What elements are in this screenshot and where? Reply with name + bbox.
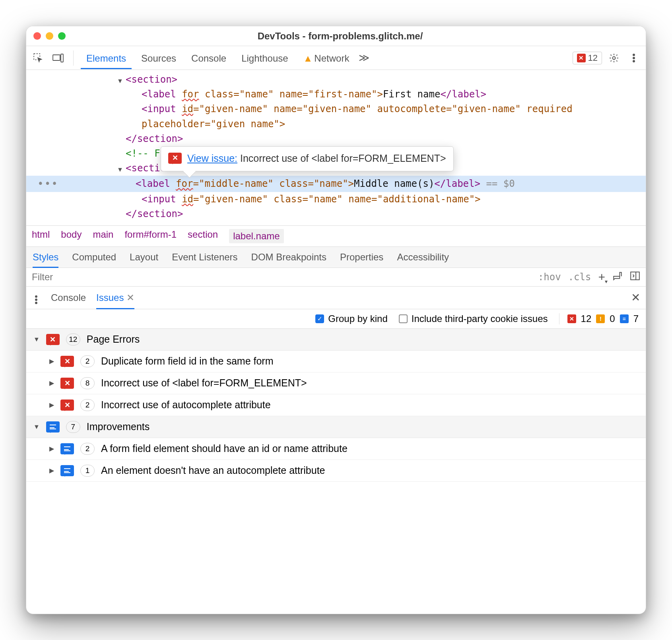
subtab-styles[interactable]: Styles bbox=[33, 247, 58, 268]
subtab-event-listeners[interactable]: Event Listeners bbox=[172, 247, 237, 268]
drawer-tab-issues[interactable]: Issues ✕ bbox=[96, 287, 134, 309]
close-window-button[interactable] bbox=[33, 32, 41, 40]
tab-lighthouse[interactable]: Lighthouse bbox=[236, 47, 293, 69]
styles-filter-row: :hov .cls +▾ bbox=[26, 268, 646, 287]
dom-node[interactable]: placeholder="given name"> bbox=[26, 117, 646, 132]
svg-point-3 bbox=[613, 56, 616, 59]
issue-category[interactable]: ▼ ✕ 12 Page Errors bbox=[26, 329, 646, 351]
crumb[interactable]: section bbox=[188, 229, 218, 243]
crumb[interactable]: body bbox=[61, 229, 82, 243]
svg-rect-2 bbox=[61, 54, 63, 62]
svg-rect-1 bbox=[53, 55, 60, 60]
tab-network[interactable]: ▲Network bbox=[298, 47, 355, 69]
dom-node[interactable]: <input id="given-name" class="name" name… bbox=[26, 192, 646, 207]
subtab-layout[interactable]: Layout bbox=[130, 247, 158, 268]
issues-list: ▼ ✕ 12 Page Errors ▶✕2Duplicate form fie… bbox=[26, 329, 646, 482]
device-mode-icon[interactable] bbox=[50, 50, 66, 66]
info-message-icon bbox=[46, 421, 60, 432]
dom-tree[interactable]: <section> <label for class="name" name="… bbox=[26, 70, 646, 225]
titlebar: DevTools - form-problems.glitch.me/ bbox=[26, 26, 646, 46]
more-menu-icon[interactable] bbox=[626, 50, 642, 66]
dom-node[interactable]: <section> bbox=[26, 72, 646, 87]
issue-category[interactable]: ▼ 7 Improvements bbox=[26, 416, 646, 438]
group-by-kind-checkbox[interactable]: ✓Group by kind bbox=[315, 313, 387, 324]
chevron-right-icon: ▶ bbox=[49, 445, 54, 452]
drawer-more-icon[interactable] bbox=[32, 292, 41, 303]
error-message-icon: ✕ bbox=[60, 400, 74, 411]
chevron-right-icon: ▶ bbox=[49, 357, 54, 365]
crumb[interactable]: main bbox=[93, 229, 113, 243]
paint-brush-icon[interactable] bbox=[612, 271, 623, 283]
hover-toggle[interactable]: :hov bbox=[538, 272, 561, 283]
issue-item[interactable]: ▶✕2Incorrect use of autocomplete attribu… bbox=[26, 394, 646, 416]
warning-icon: ▲ bbox=[303, 53, 313, 64]
issues-options: ✓Group by kind Include third-party cooki… bbox=[26, 309, 646, 329]
chevron-right-icon: ▶ bbox=[49, 467, 54, 474]
view-issue-link[interactable]: View issue: bbox=[187, 153, 237, 164]
traffic-lights bbox=[33, 32, 66, 40]
third-party-checkbox[interactable]: Include third-party cookie issues bbox=[399, 313, 548, 324]
issue-item[interactable]: ▶✕2Duplicate form field id in the same f… bbox=[26, 351, 646, 372]
inspect-element-icon[interactable] bbox=[30, 50, 46, 66]
subtab-accessibility[interactable]: Accessibility bbox=[397, 247, 449, 268]
issue-item[interactable]: ▶1An element doesn't have an autocomplet… bbox=[26, 460, 646, 482]
drawer-tabs: Console Issues ✕ ✕ bbox=[26, 287, 646, 309]
dom-node-selected[interactable]: ••• <label for="middle-name" class="name… bbox=[26, 176, 646, 192]
row-actions-icon[interactable]: ••• bbox=[26, 176, 64, 192]
tab-sources[interactable]: Sources bbox=[136, 47, 182, 69]
chevron-down-icon: ▼ bbox=[33, 336, 40, 343]
issue-item[interactable]: ▶2A form field element should have an id… bbox=[26, 438, 646, 460]
svg-rect-4 bbox=[631, 272, 639, 280]
devtools-window: DevTools - form-problems.glitch.me/ Elem… bbox=[26, 26, 646, 614]
issue-counts: ✕12 !0 ≡7 bbox=[559, 313, 639, 324]
chevron-right-icon: ▶ bbox=[49, 401, 54, 409]
crumb[interactable]: form#form-1 bbox=[124, 229, 177, 243]
issue-tooltip: ✕ View issue: Incorrect use of <label fo… bbox=[161, 146, 454, 171]
close-tab-icon[interactable]: ✕ bbox=[126, 292, 134, 303]
subtab-properties[interactable]: Properties bbox=[340, 247, 383, 268]
error-icon: ✕ bbox=[577, 54, 586, 62]
issue-item[interactable]: ▶✕8Incorrect use of <label for=FORM_ELEM… bbox=[26, 372, 646, 394]
dom-node[interactable]: </section> bbox=[26, 207, 646, 221]
styles-filter-input[interactable] bbox=[32, 272, 531, 283]
warning-badge-icon: ! bbox=[596, 314, 605, 323]
error-count-pill[interactable]: ✕ 12 bbox=[573, 52, 602, 64]
main-toolbar: Elements Sources Console Lighthouse ▲Net… bbox=[26, 46, 646, 70]
error-message-icon: ✕ bbox=[60, 356, 74, 367]
toggle-sidebar-icon[interactable] bbox=[630, 271, 640, 283]
chevron-down-icon: ▼ bbox=[33, 423, 40, 431]
subtab-dom-breakpoints[interactable]: DOM Breakpoints bbox=[251, 247, 326, 268]
more-tabs-icon[interactable]: ≫ bbox=[359, 52, 369, 64]
minimize-window-button[interactable] bbox=[46, 32, 53, 40]
breadcrumb: html body main form#form-1 section label… bbox=[26, 225, 646, 247]
drawer-tab-console[interactable]: Console bbox=[51, 287, 86, 309]
window-title: DevTools - form-problems.glitch.me/ bbox=[66, 31, 615, 42]
tab-elements[interactable]: Elements bbox=[81, 47, 132, 69]
elements-subtabs: Styles Computed Layout Event Listeners D… bbox=[26, 247, 646, 268]
crumb-current[interactable]: label.name bbox=[229, 229, 284, 243]
new-style-rule-icon[interactable]: +▾ bbox=[598, 270, 605, 284]
chevron-right-icon: ▶ bbox=[49, 379, 54, 387]
tab-console[interactable]: Console bbox=[186, 47, 232, 69]
settings-gear-icon[interactable] bbox=[606, 50, 622, 66]
dom-node[interactable]: </section> bbox=[26, 132, 646, 146]
zoom-window-button[interactable] bbox=[58, 32, 66, 40]
error-badge-icon: ✕ bbox=[567, 314, 576, 323]
error-message-icon: ✕ bbox=[168, 153, 182, 164]
error-message-icon: ✕ bbox=[46, 334, 60, 345]
dom-node[interactable]: <input id="given-name" name="given-name"… bbox=[26, 102, 646, 116]
close-drawer-icon[interactable]: ✕ bbox=[631, 291, 640, 304]
info-badge-icon: ≡ bbox=[620, 314, 629, 323]
dom-node[interactable]: <label for class="name" name="first-name… bbox=[26, 87, 646, 102]
cls-toggle[interactable]: .cls bbox=[568, 272, 591, 283]
error-message-icon: ✕ bbox=[60, 378, 74, 389]
crumb[interactable]: html bbox=[32, 229, 50, 243]
info-message-icon bbox=[60, 465, 74, 476]
subtab-computed[interactable]: Computed bbox=[72, 247, 116, 268]
info-message-icon bbox=[60, 443, 74, 454]
